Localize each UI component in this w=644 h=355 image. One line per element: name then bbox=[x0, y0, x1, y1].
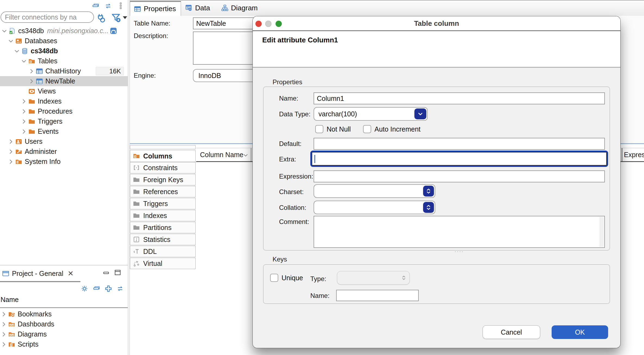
comment-label: Comment: bbox=[279, 218, 309, 226]
tree-item-databases[interactable]: Databases bbox=[0, 36, 128, 46]
plug-icon[interactable] bbox=[96, 13, 107, 23]
funnel-dropdown-caret-icon[interactable] bbox=[123, 16, 127, 19]
tab-diagram[interactable]: Diagram bbox=[217, 0, 258, 16]
column-name-header-cell[interactable]: Column Name bbox=[196, 148, 251, 161]
project-item-diagrams[interactable]: Diagrams bbox=[0, 329, 128, 339]
auto-increment-checkbox[interactable] bbox=[363, 125, 371, 133]
tree-item-cs348db[interactable]: cs348db bbox=[0, 46, 128, 56]
chevron-right-icon[interactable] bbox=[1, 341, 7, 348]
collapse-all-icon[interactable] bbox=[93, 285, 100, 292]
charset-combo[interactable] bbox=[314, 184, 435, 198]
unique-checkbox[interactable] bbox=[270, 274, 278, 282]
tree-item-views[interactable]: Views bbox=[0, 86, 128, 96]
panel-splitter[interactable] bbox=[128, 0, 130, 355]
chevron-right-icon[interactable] bbox=[1, 311, 7, 317]
chevron-right-icon[interactable] bbox=[8, 148, 14, 155]
project-name-column-header[interactable]: Name bbox=[1, 296, 19, 304]
tab-data[interactable]: Data bbox=[182, 0, 215, 16]
side-tab-partitions[interactable]: Partitions bbox=[130, 222, 196, 233]
side-tab-triggers[interactable]: Triggers bbox=[130, 198, 196, 209]
close-icon[interactable]: ✕ bbox=[68, 269, 74, 278]
side-tab-ddl[interactable]: DDL bbox=[130, 246, 196, 257]
chevron-right-icon[interactable] bbox=[1, 321, 7, 328]
stepper-icon[interactable] bbox=[423, 186, 434, 197]
side-tab-indexes[interactable]: Indexes bbox=[130, 210, 196, 221]
side-tab-virtual[interactable]: Virtual bbox=[130, 258, 196, 269]
chevron-right-icon[interactable] bbox=[21, 98, 27, 105]
project-item-scripts[interactable]: Scripts bbox=[0, 339, 128, 349]
side-tab-references[interactable]: References bbox=[130, 186, 196, 197]
unique-label: Unique bbox=[282, 274, 303, 282]
chevron-right-icon[interactable] bbox=[21, 108, 27, 115]
menu-dots-icon[interactable] bbox=[117, 2, 124, 10]
tree-item-administer[interactable]: Administer bbox=[0, 147, 128, 157]
side-tab-constraints[interactable]: Constraints bbox=[130, 162, 196, 173]
tree-item-events[interactable]: Events bbox=[0, 126, 128, 136]
tree-item-tables[interactable]: Tables bbox=[0, 56, 128, 66]
dialog-header-area: Edit attribute Column1 bbox=[253, 32, 620, 67]
chevron-down-icon[interactable] bbox=[21, 58, 27, 64]
link-with-editor-icon[interactable] bbox=[104, 2, 112, 10]
folder-orange-icon bbox=[28, 128, 35, 135]
column-divider[interactable] bbox=[622, 148, 622, 161]
chevron-right-icon[interactable] bbox=[8, 158, 14, 165]
scrollbar-track[interactable] bbox=[600, 217, 604, 247]
ok-button[interactable]: OK bbox=[552, 325, 608, 339]
expand-all-icon[interactable] bbox=[105, 285, 112, 292]
dialog-titlebar[interactable]: Table column bbox=[253, 16, 620, 31]
chevron-right-icon[interactable] bbox=[21, 128, 27, 135]
comment-textarea[interactable] bbox=[314, 216, 605, 248]
expression-header-cell[interactable]: Expression bbox=[624, 148, 644, 161]
chevron-down-icon[interactable] bbox=[414, 108, 426, 119]
chevron-right-icon[interactable] bbox=[21, 118, 27, 125]
chevron-right-icon[interactable] bbox=[28, 68, 35, 74]
tab-properties[interactable]: Properties bbox=[130, 1, 181, 16]
extra-input-focused[interactable] bbox=[310, 151, 608, 167]
filter-funnel-icon[interactable] bbox=[111, 13, 122, 23]
filter-connections-input[interactable] bbox=[1, 11, 94, 23]
tree-item-cs348db[interactable]: cs348dbmini.peisongxiao.c... bbox=[0, 26, 128, 36]
tree-item-triggers[interactable]: Triggers bbox=[0, 116, 128, 126]
project-tab-label: Project - General bbox=[12, 270, 63, 278]
project-item-dashboards[interactable]: Dashboards bbox=[0, 319, 128, 329]
side-tab-statistics[interactable]: Statistics bbox=[130, 234, 196, 245]
resize-grip-dots[interactable]: ···· bbox=[314, 249, 605, 254]
chevron-right-icon[interactable] bbox=[8, 138, 14, 145]
key-name-input[interactable] bbox=[336, 290, 419, 301]
link-with-editor-icon[interactable] bbox=[116, 285, 124, 292]
constraints-icon bbox=[133, 164, 140, 171]
stepper-icon[interactable] bbox=[423, 202, 434, 213]
tree-item-newtable[interactable]: NewTable bbox=[0, 76, 128, 86]
folder-gray-icon bbox=[133, 176, 140, 183]
column-name-input[interactable] bbox=[314, 92, 605, 104]
chevron-right-icon[interactable] bbox=[28, 78, 35, 85]
collation-combo[interactable] bbox=[314, 201, 435, 214]
chevron-down-icon[interactable] bbox=[243, 152, 249, 158]
chevron-down-icon[interactable] bbox=[1, 28, 8, 34]
not-null-checkbox[interactable] bbox=[315, 125, 323, 133]
side-tab-label: Partitions bbox=[143, 224, 171, 232]
data-type-combo[interactable]: varchar(100) bbox=[314, 107, 428, 121]
cancel-button[interactable]: Cancel bbox=[483, 325, 540, 339]
tab-project-general[interactable]: Project - General ✕ bbox=[0, 266, 74, 281]
tree-item-chathistory[interactable]: ChatHistory16K bbox=[0, 66, 128, 76]
project-item-bookmarks[interactable]: Bookmarks bbox=[0, 309, 128, 319]
side-tab-columns[interactable]: Columns bbox=[130, 150, 196, 162]
tree-item-indexes[interactable]: Indexes bbox=[0, 96, 128, 106]
maximize-icon[interactable] bbox=[114, 269, 121, 276]
expression-input[interactable] bbox=[314, 170, 605, 182]
text-caret bbox=[314, 155, 315, 163]
minimize-icon[interactable] bbox=[103, 270, 110, 277]
default-input[interactable] bbox=[314, 138, 605, 150]
tree-item-procedures[interactable]: Procedures bbox=[0, 106, 128, 116]
key-type-combo-disabled bbox=[337, 271, 410, 285]
key-name-label: Name: bbox=[310, 292, 330, 300]
collapse-all-icon[interactable] bbox=[92, 2, 99, 10]
chevron-down-icon[interactable] bbox=[8, 38, 14, 44]
side-tab-foreign-keys[interactable]: Foreign Keys bbox=[130, 174, 196, 185]
gear-icon[interactable] bbox=[81, 285, 88, 292]
tree-item-system-info[interactable]: System Info bbox=[0, 157, 128, 167]
chevron-down-icon[interactable] bbox=[14, 48, 20, 54]
chevron-right-icon[interactable] bbox=[1, 331, 7, 338]
tree-item-users[interactable]: Users bbox=[0, 136, 128, 147]
